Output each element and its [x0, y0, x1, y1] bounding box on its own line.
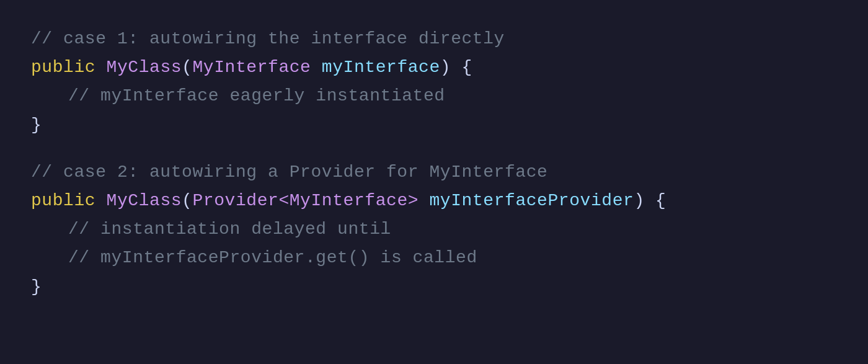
code-container: // case 1: autowiring the interface dire… [0, 0, 868, 364]
comment-line-2: // case 2: autowiring a Provider for MyI… [31, 158, 837, 187]
code-section-1: // case 1: autowiring the interface dire… [31, 25, 837, 140]
classname-1: MyClass [107, 58, 182, 77]
body-comment-1: // myInterface eagerly instantiated [31, 82, 837, 110]
param-name-1: myInterface [322, 58, 440, 77]
body-comment-2b: // myInterfaceProvider.get() is called [31, 244, 837, 272]
code-section-2: // case 2: autowiring a Provider for MyI… [31, 158, 837, 301]
paren-open-2: ( [182, 191, 192, 210]
body-comment-2a: // instantiation delayed until [31, 215, 837, 244]
declaration-line-1: public MyClass(MyInterface myInterface) … [31, 53, 837, 82]
keyword-public-1: public [31, 58, 95, 77]
declaration-line-2: public MyClass(Provider<MyInterface> myI… [31, 187, 837, 215]
close-brace-1: } [31, 111, 837, 140]
param-type-2: Provider<MyInterface> [192, 191, 418, 210]
keyword-public-2: public [31, 191, 95, 210]
paren-open-1: ( [182, 58, 192, 77]
close-brace-2: } [31, 273, 837, 301]
param-name-2: myInterfaceProvider [429, 191, 634, 210]
comment-line-1: // case 1: autowiring the interface dire… [31, 25, 837, 53]
brace-1: ) { [440, 58, 472, 77]
classname-2: MyClass [107, 191, 182, 210]
brace-2: ) { [634, 191, 666, 210]
param-type-1: MyInterface [192, 58, 311, 77]
